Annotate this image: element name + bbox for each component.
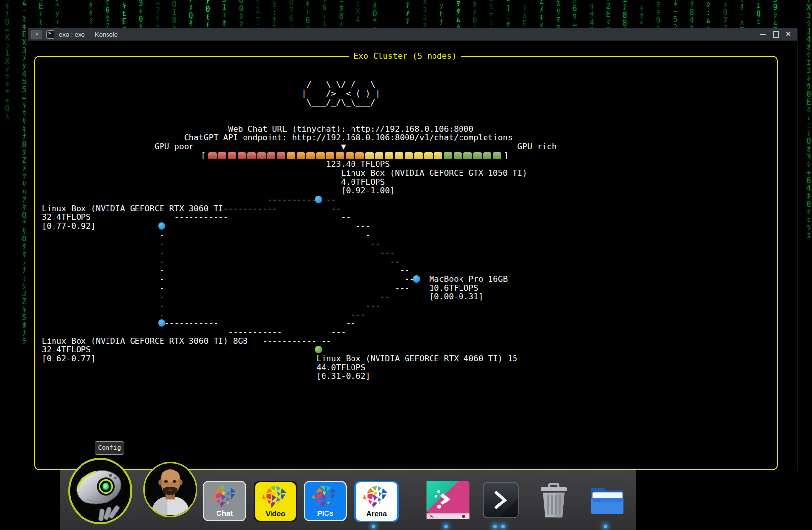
dock-app-pics[interactable]: PICs (304, 481, 347, 521)
man-avatar[interactable] (143, 462, 197, 517)
robot-head-icon (70, 460, 130, 522)
running-indicator (493, 525, 497, 528)
terminal-row (42, 54, 783, 63)
gpu-bar-block (405, 152, 413, 159)
konsole-icon (483, 481, 519, 519)
dock-app-arena[interactable]: Arena (354, 481, 399, 522)
node-dot-blue: ● (160, 222, 164, 231)
terminal-row: Linux Box (NVIDIA GEFORCE RTX 3060 TI---… (42, 204, 783, 213)
desktop: { "window": { "title": "exo : exo — Kons… (0, 0, 812, 530)
gpu-bar-block (267, 152, 275, 159)
terminal-row: - --- (42, 301, 783, 310)
terminal-row: [0.62-0.77] Linux Box (NVIDIA GEFORCE RT… (42, 354, 783, 363)
terminal-row: ChatGPT API endpoint: http://192.168.0.1… (42, 133, 783, 142)
window-titlebar[interactable]: > exo : exo — Konsole — ✕ (28, 28, 797, 41)
brain-icon (362, 484, 391, 510)
dock-trash[interactable] (537, 483, 571, 520)
gpu-bar-block (365, 152, 374, 159)
gpu-bar-block (463, 152, 472, 159)
gpu-bar-block (247, 152, 256, 159)
terminal-row: - -- (42, 257, 783, 266)
config-button[interactable]: Config (95, 441, 124, 455)
node-dot-blue: ● (414, 275, 419, 284)
robot-avatar[interactable] (68, 458, 132, 524)
terminal-row: - - (42, 231, 783, 239)
gpu-bar-block (473, 152, 482, 159)
brain-icon (210, 484, 240, 509)
terminal-row: ----------● -- (42, 195, 783, 204)
gpu-bar-block (336, 152, 344, 159)
bar-right-bracket: ] (504, 151, 509, 160)
node-dot-blue: ● (160, 319, 164, 328)
gpu-bar-block (326, 152, 334, 159)
terminal-row: ----------- --- (42, 328, 783, 337)
gpu-bar-block (277, 152, 285, 159)
brain-icon (311, 484, 340, 509)
dock-folder[interactable] (589, 483, 625, 519)
running-indicator (501, 525, 505, 528)
terminal-row: GPU poor ▼ GPU rich (42, 142, 783, 151)
gpu-bar-block (297, 152, 305, 159)
gpu-bar-block (355, 152, 364, 159)
gpu-bar-block (493, 152, 501, 159)
running-indicator (444, 525, 448, 528)
terminal-row: - -- [0.00-0.31] (42, 292, 783, 301)
gpu-bar-block (395, 152, 403, 159)
konsole-tab-icon (46, 30, 54, 39)
terminal-row: 32.4TFLOPS ● (42, 345, 783, 354)
gpu-bar-block (218, 152, 226, 159)
terminal-row: ●----------- -- (42, 319, 783, 328)
terminal-text-grid: _____ _____ / _ \ \/ / _ \ | __/> < (_) … (42, 54, 783, 390)
dock-app-konsole[interactable] (483, 481, 519, 521)
gpu-bar-block (444, 152, 452, 159)
minimize-button[interactable]: — (758, 30, 768, 39)
terminal-row: [0.77-0.92] ● --- (42, 222, 783, 231)
app-arena-label: Arena (356, 509, 397, 518)
konsole-window: > exo : exo — Konsole — ✕ Exo Cluster (5… (28, 28, 798, 471)
gpu-bar-block (287, 152, 295, 159)
matrix-column: E 5 ﾐ ｶ 7 ﾏ ﾕ ﾈ 1 ﾃ * ﾜ ﾋ ﾅ (436, 0, 447, 26)
terminal-row: - -- (42, 239, 783, 248)
terminal-row: - -- (42, 266, 783, 275)
terminal-row (42, 107, 783, 116)
node-dot-green: ● (316, 345, 321, 354)
terminal-row: / _ \ \/ / _ \ (42, 80, 783, 89)
gpu-bar-block (454, 152, 462, 159)
maximize-button[interactable] (771, 30, 781, 39)
window-title: exo : exo — Konsole (59, 31, 118, 38)
terminal-area[interactable]: Exo Cluster (5 nodes) _____ _____ / _ \ … (28, 41, 796, 470)
terminal-row (42, 381, 783, 390)
dock-app-video[interactable]: Video (254, 481, 297, 522)
close-button[interactable]: ✕ (784, 30, 793, 39)
terminal-row: Linux Box (NVIDIA GEFORCE RTX 3060 TI) 8… (42, 337, 783, 345)
dock-app-kde[interactable] (426, 481, 470, 521)
brain-icon (261, 484, 290, 510)
gpu-bar-block (228, 152, 236, 159)
app-chat-label: Chat (204, 509, 245, 517)
tab-menu-button[interactable]: > (31, 30, 42, 39)
node-dot-blue: ● (316, 195, 321, 204)
app-video-label: Video (255, 509, 296, 518)
man-portrait-icon (145, 463, 196, 516)
terminal-row: Linux Box (NVIDIA GEFORCE GTX 1050 TI) (42, 169, 783, 178)
gpu-bar-block (257, 152, 266, 159)
terminal-row: 123.40 TFLOPS (42, 160, 783, 169)
terminal-row: Web Chat URL (tinychat): http://192.168.… (42, 125, 783, 133)
terminal-row: 44.0TFLOPS (42, 363, 783, 372)
dock-app-chat[interactable]: Chat (203, 481, 246, 521)
matrix-column: 6 5 7 3 ﾂ ｻ ﾗ ｵ ﾃ ﾈ : ﾀ ｾ * ﾓ ﾃ ｾ ﾃ X ﾕ … (803, 0, 812, 239)
terminal-row (42, 116, 783, 125)
folder-icon (589, 483, 625, 517)
gpu-bar-block (346, 152, 354, 159)
bar-blocks (208, 152, 501, 159)
terminal-row (42, 63, 783, 72)
terminal-row: [0.92-1.00] (42, 186, 783, 195)
gpu-bar-block (414, 152, 423, 159)
terminal-row: [0.31-0.62] (42, 372, 783, 381)
gpu-bar-block (316, 152, 325, 159)
gpu-bar-block (424, 152, 433, 159)
terminal-row: _____ _____ (42, 72, 783, 80)
gpu-bar-block (306, 152, 315, 159)
gpu-bar-block (208, 152, 217, 159)
running-indicator (604, 525, 607, 528)
